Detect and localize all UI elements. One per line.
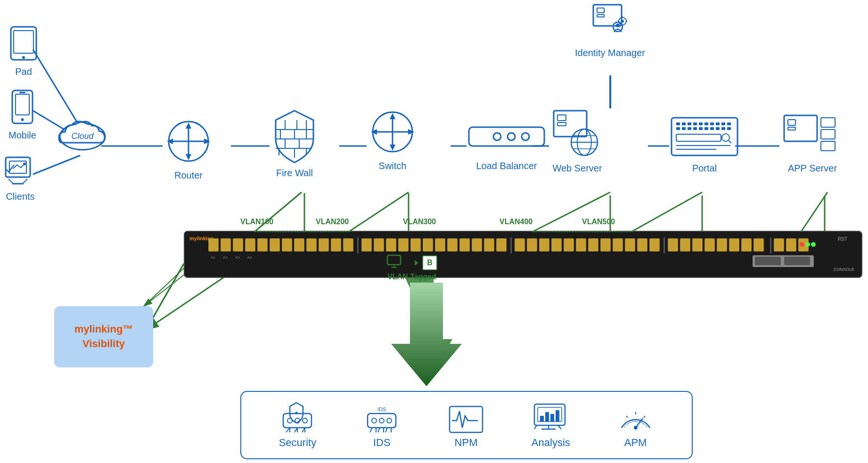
svg-marker-60: [186, 154, 191, 160]
svg-point-87: [522, 133, 529, 140]
svg-rect-90: [557, 122, 566, 126]
svg-rect-187: [755, 257, 781, 265]
svg-rect-230: [540, 416, 544, 422]
svg-rect-170: [704, 238, 715, 252]
web-server-node: Web Server: [549, 108, 606, 174]
svg-rect-175: [770, 237, 771, 253]
svg-rect-127: [821, 141, 835, 151]
vlan100-label: VLAN100: [240, 218, 273, 226]
svg-rect-153: [510, 237, 512, 253]
svg-rect-165: [649, 238, 660, 252]
svg-line-18: [144, 266, 186, 306]
svg-marker-62: [204, 138, 210, 144]
svg-rect-117: [676, 134, 721, 141]
svg-rect-188: [784, 257, 810, 265]
svg-text:A4: A4: [247, 255, 252, 260]
svg-line-9: [33, 155, 80, 174]
svg-rect-114: [716, 127, 720, 130]
svg-rect-171: [717, 238, 727, 252]
pad-label: Pad: [15, 66, 32, 77]
web-server-label: Web Server: [552, 163, 602, 174]
svg-rect-232: [550, 414, 554, 422]
svg-marker-82: [371, 129, 377, 135]
svg-rect-141: [361, 238, 372, 252]
svg-line-241: [644, 416, 645, 418]
tool-apm: APM: [617, 402, 655, 449]
svg-rect-177: [786, 238, 796, 252]
tools-box: ✦ Security IDS IDS: [240, 391, 693, 459]
svg-rect-106: [727, 122, 731, 125]
svg-point-27: [616, 24, 620, 27]
svg-rect-157: [551, 238, 562, 252]
svg-rect-163: [625, 238, 635, 252]
app-server-node: APP Server: [779, 113, 845, 174]
svg-rect-161: [600, 238, 611, 252]
svg-point-85: [493, 133, 501, 140]
svg-marker-81: [390, 145, 395, 151]
svg-rect-164: [637, 238, 647, 252]
mobile-node: Mobile: [8, 89, 36, 141]
svg-rect-110: [693, 127, 697, 130]
svg-rect-145: [410, 238, 421, 252]
diagram-container: Identity Manager Pad Mobile: [0, 0, 868, 463]
svg-rect-144: [398, 238, 409, 252]
svg-rect-227: [450, 406, 483, 432]
switch-icon: [367, 111, 418, 158]
firewall-label: Fire Wall: [276, 168, 313, 179]
svg-rect-166: [663, 237, 665, 253]
svg-rect-129: [221, 238, 231, 252]
svg-rect-109: [688, 127, 691, 130]
svg-rect-139: [343, 238, 353, 252]
svg-text:A2: A2: [223, 255, 228, 260]
svg-rect-148: [447, 238, 458, 252]
svg-text:A1: A1: [211, 255, 215, 260]
portal-node: Portal: [669, 115, 740, 174]
svg-rect-173: [741, 238, 752, 252]
svg-line-17: [144, 273, 186, 306]
svg-marker-83: [408, 129, 414, 135]
svg-rect-169: [692, 238, 703, 252]
svg-point-183: [800, 242, 804, 247]
tool-npm-label: NPM: [455, 437, 478, 449]
svg-rect-35: [14, 31, 33, 53]
svg-rect-174: [753, 238, 764, 252]
svg-text:Cloud: Cloud: [71, 131, 94, 141]
svg-point-244: [634, 426, 638, 430]
svg-rect-233: [556, 410, 559, 422]
svg-point-185: [811, 242, 816, 247]
cloud-icon: Cloud: [57, 115, 108, 153]
visibility-text-line2: Visibility: [82, 337, 125, 351]
svg-marker-204: [409, 260, 418, 266]
svg-rect-160: [588, 238, 598, 252]
svg-rect-152: [496, 238, 507, 252]
svg-rect-102: [704, 122, 708, 125]
cloud-node: Cloud: [57, 115, 108, 153]
tool-apm-label: APM: [624, 437, 647, 449]
svg-rect-108: [682, 127, 686, 130]
svg-text:IDS: IDS: [377, 406, 386, 412]
svg-line-119: [729, 140, 731, 143]
pad-node: Pad: [7, 26, 40, 77]
svg-rect-40: [19, 92, 25, 93]
svg-rect-172: [729, 238, 739, 252]
app-server-label: APP Server: [788, 163, 837, 174]
svg-rect-131: [245, 238, 255, 252]
identity-manager-icon: [589, 2, 631, 45]
vlan-tagged-label: VLAN Tagged: [387, 273, 436, 281]
svg-point-86: [508, 133, 515, 140]
svg-rect-159: [576, 238, 586, 252]
load-balancer-node: Load Balancer: [467, 120, 547, 171]
svg-rect-116: [727, 127, 731, 130]
tool-analysis: Analysis: [532, 402, 570, 449]
svg-rect-125: [821, 118, 835, 127]
svg-rect-89: [557, 115, 566, 121]
svg-rect-137: [319, 238, 329, 252]
svg-line-21: [146, 269, 236, 330]
svg-rect-167: [668, 238, 678, 252]
tool-security-label: Security: [279, 437, 316, 449]
svg-rect-146: [423, 238, 433, 252]
vlan200-label: VLAN200: [316, 218, 349, 226]
svg-marker-22: [405, 278, 452, 372]
svg-rect-105: [721, 122, 725, 125]
mobile-label: Mobile: [8, 130, 36, 141]
